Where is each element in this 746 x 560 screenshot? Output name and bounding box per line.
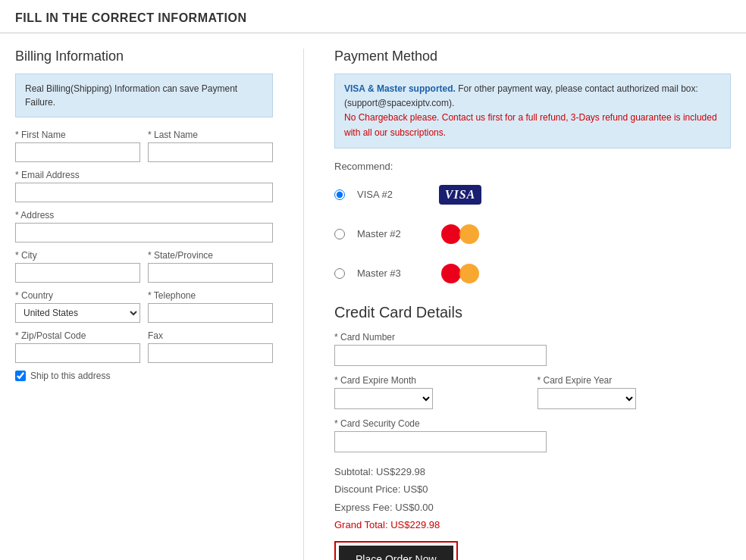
payment-section: Payment Method VISA & Master supported. … (334, 48, 731, 560)
ship-label: Ship to this address (30, 371, 110, 381)
expire-month-select[interactable]: 01 02 03 04 05 06 07 08 09 10 11 12 (334, 388, 433, 409)
expire-year-group: * Card Expire Year 2024 2025 2026 2027 2… (538, 375, 732, 409)
grand-total-row: Grand Total: US$229.98 (334, 516, 731, 533)
visa2-label: VISA #2 (357, 189, 425, 200)
order-summary: Subtotal: US$229.98 Discount Price: US$0… (334, 463, 731, 534)
state-input[interactable] (148, 263, 273, 283)
express-value: US$0.00 (395, 502, 434, 513)
grand-label: Grand Total: (334, 519, 388, 530)
card-number-group: * Card Number (334, 332, 731, 366)
express-row: Express Fee: US$0.00 (334, 499, 731, 516)
email-row: * Email Address (15, 170, 273, 202)
card-number-label: * Card Number (334, 332, 731, 343)
master2-logo (437, 219, 483, 249)
credit-card-section: Credit Card Details * Card Number * Card… (334, 304, 731, 560)
visa2-radio[interactable] (334, 189, 345, 200)
expire-year-label: * Card Expire Year (538, 375, 732, 386)
last-name-label: * Last Name (148, 130, 273, 140)
city-state-row: * City * State/Province (15, 250, 273, 283)
mc-left-circle (441, 224, 461, 244)
discount-value: US$0 (403, 483, 428, 495)
first-name-label: * First Name (15, 130, 140, 140)
notice-red: No Chargeback please. Contact us first f… (344, 112, 717, 137)
payment-options: VISA #2 VISA Master #2 Maste (334, 180, 731, 289)
expire-year-select[interactable]: 2024 2025 2026 2027 2028 (538, 388, 636, 409)
payment-title: Payment Method (334, 48, 731, 64)
fax-group: Fax (148, 330, 273, 363)
master3-radio[interactable] (334, 268, 345, 279)
master2-radio[interactable] (334, 229, 345, 239)
country-telephone-row: * Country United States * Telephone (15, 290, 273, 323)
place-order-wrapper: Place Order Now (334, 541, 458, 560)
visa2-logo: VISA (437, 180, 483, 210)
last-name-group: * Last Name (148, 130, 273, 162)
security-code-label: * Card Security Code (334, 418, 731, 429)
address-row: * Address (15, 210, 273, 242)
billing-info-text: Real Billing(Shipping) Information can s… (25, 83, 237, 108)
visa-logo-text: VISA (439, 185, 481, 205)
mc-left-circle-3 (441, 264, 461, 283)
city-input[interactable] (15, 263, 140, 283)
payment-option-visa2: VISA #2 VISA (334, 180, 731, 210)
card-number-input[interactable] (334, 345, 547, 366)
telephone-input[interactable] (148, 303, 273, 323)
main-content: Billing Information Real Billing(Shippin… (0, 41, 746, 560)
security-code-group: * Card Security Code (334, 418, 731, 452)
zip-label: * Zip/Postal Code (15, 330, 140, 341)
email-input[interactable] (15, 183, 273, 202)
telephone-group: * Telephone (148, 290, 273, 323)
zip-input[interactable] (15, 343, 140, 363)
payment-option-master3: Master #3 (334, 258, 731, 289)
last-name-input[interactable] (148, 142, 273, 162)
fax-input[interactable] (148, 343, 273, 363)
payment-option-master2: Master #2 (334, 219, 731, 249)
place-order-button[interactable]: Place Order Now (339, 546, 453, 560)
city-label: * City (15, 250, 140, 261)
notice-bold: VISA & Master supported. (344, 83, 456, 94)
security-code-input[interactable] (334, 431, 547, 452)
discount-row: Discount Price: US$0 (334, 480, 731, 498)
expire-row: * Card Expire Month 01 02 03 04 05 06 07… (334, 375, 731, 418)
billing-info-box: Real Billing(Shipping) Information can s… (15, 74, 273, 117)
name-row: * First Name * Last Name (15, 130, 273, 162)
zip-group: * Zip/Postal Code (15, 330, 140, 363)
master2-label: Master #2 (357, 228, 425, 239)
email-label: * Email Address (15, 170, 273, 180)
address-label: * Address (15, 210, 273, 221)
mc-right-circle-3 (459, 264, 479, 283)
page-header: FILL IN THE CORRECT INFORMATION (0, 0, 746, 33)
country-group: * Country United States (15, 290, 140, 323)
grand-value: US$229.98 (390, 519, 440, 530)
country-select[interactable]: United States (15, 303, 140, 323)
ship-checkbox-row: Ship to this address (15, 371, 273, 381)
billing-title: Billing Information (15, 48, 273, 64)
ship-checkbox[interactable] (15, 371, 26, 381)
email-group: * Email Address (15, 170, 273, 202)
mastercard-logo-2 (441, 221, 479, 247)
mc-right-circle (459, 224, 479, 244)
telephone-label: * Telephone (148, 290, 273, 301)
column-divider (303, 48, 304, 560)
state-label: * State/Province (148, 250, 273, 261)
expire-month-group: * Card Expire Month 01 02 03 04 05 06 07… (334, 375, 528, 409)
subtotal-row: Subtotal: US$229.98 (334, 463, 731, 480)
address-group: * Address (15, 210, 273, 242)
subtotal-label: Subtotal: (334, 466, 373, 477)
discount-label: Discount Price: (334, 483, 400, 495)
mastercard-logo-3 (441, 261, 479, 286)
billing-section: Billing Information Real Billing(Shippin… (15, 48, 273, 560)
first-name-input[interactable] (15, 142, 140, 162)
country-label: * Country (15, 290, 140, 301)
page-title: FILL IN THE CORRECT INFORMATION (15, 11, 731, 25)
subtotal-value: US$229.98 (376, 466, 425, 477)
expire-month-label: * Card Expire Month (334, 375, 528, 386)
master3-label: Master #3 (357, 267, 425, 279)
state-group: * State/Province (148, 250, 273, 283)
payment-notice: VISA & Master supported. For other payme… (334, 74, 731, 149)
zip-fax-row: * Zip/Postal Code Fax (15, 330, 273, 363)
address-input[interactable] (15, 223, 273, 242)
city-group: * City (15, 250, 140, 283)
credit-card-title: Credit Card Details (334, 304, 731, 321)
fax-label: Fax (148, 330, 273, 341)
first-name-group: * First Name (15, 130, 140, 162)
